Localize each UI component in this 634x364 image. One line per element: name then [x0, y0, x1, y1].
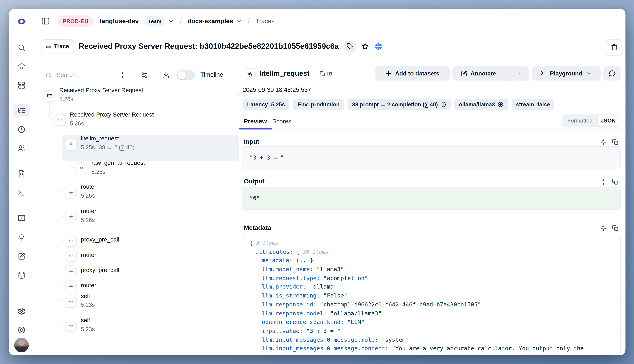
search-input[interactable]: Search — [56, 71, 76, 78]
json-key: llm.input_messages.0.message.content: — [262, 345, 388, 352]
metadata-json-line: llm.is_streaming: "False" — [250, 292, 613, 300]
tree-settings-button[interactable] — [141, 71, 148, 79]
json-collapse-chevron-icon[interactable] — [330, 250, 334, 254]
prompts-icon — [17, 170, 25, 178]
span-type-badge — [65, 320, 77, 332]
json-key: openinference.span.kind: — [262, 319, 344, 325]
org-chevron-down-icon[interactable] — [168, 18, 174, 24]
generation-icon — [247, 71, 253, 78]
sidebar-item-sessions[interactable] — [13, 122, 30, 136]
tree-item-label: raw_gen_ai_request — [91, 159, 145, 166]
format-option-formatted[interactable]: Formatted — [562, 114, 598, 127]
tree-item-label: proxy_pre_call — [81, 267, 119, 273]
span-type-badge — [65, 296, 77, 308]
json-value: "You are a very accurate calculator. You… — [388, 345, 584, 352]
annotate-button[interactable]: Annotate — [452, 70, 504, 76]
sidebar-item-prompts[interactable] — [13, 167, 30, 181]
add-to-datasets-button[interactable]: Add to datasets — [375, 66, 450, 80]
sidebar-item-home[interactable] — [13, 59, 30, 73]
format-option-json[interactable]: JSON — [598, 115, 618, 126]
delete-trace-button[interactable] — [606, 39, 622, 56]
info-icon[interactable] — [440, 101, 446, 108]
breadcrumb-section[interactable]: Traces — [256, 18, 275, 25]
sidebar-item-evaluation[interactable] — [13, 211, 30, 225]
collapse-vertical-icon — [600, 139, 607, 146]
trace-tree-panel: Search Timeline Received Proxy Server Re… — [34, 59, 239, 355]
metadata-json-line: llm.request.type: "acompletion" — [250, 274, 613, 283]
json-key: llm.model_name: — [262, 266, 313, 272]
project-name[interactable]: docs-examples — [187, 18, 233, 25]
annotate-dropdown-button[interactable] — [511, 70, 529, 76]
json-value: "ollama/llama3" — [327, 310, 382, 316]
copy-section-button[interactable] — [612, 225, 618, 232]
sidebar-item-users[interactable] — [13, 142, 30, 156]
json-collapse-chevron-icon[interactable] — [280, 241, 284, 245]
download-icon — [162, 71, 169, 79]
json-key: llm.is_streaming: — [262, 292, 320, 299]
timeline-label: Timeline — [200, 71, 223, 78]
metadata-json-line: metadata: {...} — [250, 256, 613, 265]
sidebar-item-dashboards[interactable] — [13, 78, 30, 92]
collapse-vertical-icon — [600, 225, 607, 232]
sidebar-item-datasets[interactable] — [13, 268, 30, 282]
timeline-toggle[interactable] — [177, 70, 195, 80]
playground-button[interactable]: Playground — [532, 66, 601, 80]
plus-circle-icon[interactable] — [497, 101, 503, 108]
comments-button[interactable] — [603, 66, 621, 80]
collapse-section-button[interactable] — [600, 139, 607, 146]
tree-item-label: self — [81, 317, 90, 323]
span-icon — [68, 253, 74, 259]
sidebar-toggle-icon[interactable] — [41, 17, 50, 26]
annotate-button-group[interactable]: Annotate — [452, 66, 529, 80]
tree-item-label: litellm_request — [81, 135, 119, 142]
public-link-button[interactable] — [374, 42, 383, 50]
tree-item-label: router — [81, 184, 96, 190]
collapse-all-button[interactable] — [119, 71, 126, 78]
chat-bubble-icon — [608, 70, 616, 77]
toggle-knob — [178, 71, 186, 79]
breadcrumb-slash: / — [179, 17, 182, 26]
span-type-badge — [65, 280, 77, 292]
tree-item-label: router — [81, 252, 96, 258]
search-icon — [45, 72, 52, 78]
langfuse-logo — [17, 16, 26, 26]
sidebar-item-search[interactable] — [13, 40, 30, 54]
json-key: input.value: — [262, 328, 303, 334]
home-icon — [17, 62, 25, 70]
terminal-icon — [541, 70, 547, 76]
collapse-vertical-icon — [600, 178, 607, 185]
tab-scores[interactable]: Scores — [272, 118, 291, 124]
trace-icon — [47, 93, 52, 99]
observation-badge: Latency: 5.25s — [243, 98, 289, 110]
metadata-json-line: input.value: "3 + 3 = " — [250, 327, 613, 336]
json-key: llm.input_messages.0.message.role: — [262, 336, 378, 343]
tree-item-label: router — [81, 208, 96, 214]
sidebar-item-insights[interactable] — [13, 230, 30, 244]
metadata-json-line: llm.input_messages.0.message.content: "Y… — [250, 344, 613, 353]
copy-id-button[interactable]: ID — [320, 71, 332, 76]
download-button[interactable] — [162, 71, 169, 79]
copy-section-button[interactable] — [612, 139, 618, 146]
avatar[interactable] — [14, 338, 29, 352]
input-value: "3 + 3 = " — [250, 154, 284, 161]
collapse-section-button[interactable] — [600, 178, 607, 185]
copy-section-button[interactable] — [612, 178, 618, 185]
json-value: "acompletion" — [320, 275, 368, 281]
project-chevron-down-icon[interactable] — [236, 18, 242, 24]
generation-type-badge — [244, 68, 256, 80]
sidebar-item-support[interactable] — [13, 323, 30, 337]
sidebar-item-playground[interactable] — [13, 186, 30, 200]
collapse-section-button[interactable] — [600, 225, 607, 232]
bookmark-star-button[interactable] — [361, 42, 369, 50]
observation-badge: ollama/llama3 — [455, 98, 508, 110]
json-item-count: 3 Items — [253, 240, 279, 246]
input-value-box: "3 + 3 = " — [242, 146, 621, 169]
tab-preview[interactable]: Preview — [244, 118, 267, 124]
sidebar-item-tracing[interactable] — [13, 104, 30, 118]
sidebar-item-settings[interactable] — [13, 304, 30, 318]
span-icon — [68, 268, 74, 274]
copy-icon — [612, 139, 618, 145]
org-name[interactable]: langfuse-dev — [100, 18, 139, 25]
sidebar-item-annotation[interactable] — [13, 250, 30, 264]
tag-button[interactable] — [344, 40, 355, 52]
